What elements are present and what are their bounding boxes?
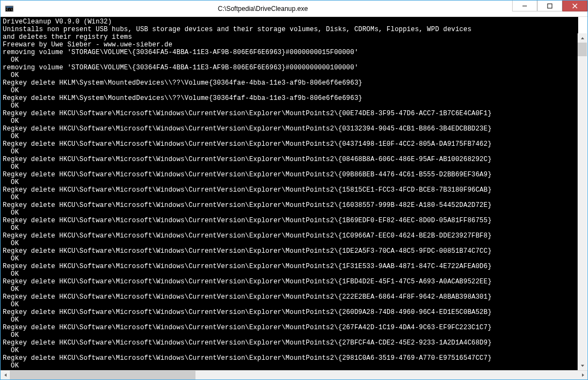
svg-text:C:\: C:\ xyxy=(7,7,13,11)
console-line: OK xyxy=(3,87,576,94)
console-line: Regkey delete HKCU\Software\Microsoft\Wi… xyxy=(3,201,576,209)
console-line: OK xyxy=(3,117,576,125)
console-line: OK xyxy=(3,316,576,324)
console-line: Regkey delete HKCU\Software\Microsoft\Wi… xyxy=(3,293,576,301)
console-line: Regkey delete HKCU\Software\Microsoft\Wi… xyxy=(3,308,576,316)
console-line: OK xyxy=(3,163,576,171)
console-line: OK xyxy=(3,301,576,308)
console-line: Regkey delete HKCU\Software\Microsoft\Wi… xyxy=(3,110,576,117)
svg-marker-8 xyxy=(581,365,584,367)
console-line: OK xyxy=(3,240,576,247)
svg-marker-7 xyxy=(581,37,584,39)
scroll-down-button[interactable] xyxy=(578,361,587,370)
console-line: Regkey delete HKCU\Software\Microsoft\Wi… xyxy=(3,232,576,240)
console-line: OK xyxy=(3,56,576,64)
console-line: Regkey delete HKLM\System\MountedDevices… xyxy=(3,79,576,87)
horizontal-scroll-track[interactable] xyxy=(10,371,578,380)
console-line: removing volume 'STORAGE\VOLUME\{30364FA… xyxy=(3,49,576,56)
console-line: Regkey delete HKCU\Software\Microsoft\Wi… xyxy=(3,247,576,255)
console-line: OK xyxy=(3,133,576,140)
console-line: OK xyxy=(3,194,576,201)
console-line: Uninstalls non present USB hubs, USB sto… xyxy=(3,26,576,33)
svg-marker-9 xyxy=(4,373,7,377)
console-line: removing volume 'STORAGE\VOLUME\{30364FA… xyxy=(3,64,576,72)
console-line: OK xyxy=(3,286,576,293)
console-line: Regkey delete HKCU\Software\Microsoft\Wi… xyxy=(3,324,576,331)
console-line: OK xyxy=(3,331,576,339)
vertical-scroll-thumb[interactable] xyxy=(578,43,587,56)
minimize-button[interactable] xyxy=(512,1,537,11)
horizontal-scroll-thumb[interactable] xyxy=(10,371,195,380)
maximize-button[interactable] xyxy=(537,1,562,11)
console-line: DriveCleanup V0.9.0 (Win32) xyxy=(3,18,576,26)
console-line: Regkey delete HKCU\Software\Microsoft\Wi… xyxy=(3,156,576,163)
svg-rect-4 xyxy=(548,4,552,8)
console-line: OK xyxy=(3,102,576,110)
console-line: Regkey delete HKCU\Software\Microsoft\Wi… xyxy=(3,171,576,179)
titlebar[interactable]: C:\ C:\Softpedia\DriveCleanup.exe xyxy=(1,1,587,17)
app-icon: C:\ xyxy=(5,4,14,13)
window-controls xyxy=(512,1,587,16)
vertical-scrollbar[interactable] xyxy=(578,33,587,370)
svg-marker-10 xyxy=(582,373,584,377)
console-line: OK xyxy=(3,347,576,354)
console-line: OK xyxy=(3,362,576,370)
console-line: OK xyxy=(3,179,576,186)
console-line: Regkey delete HKCU\Software\Microsoft\Wi… xyxy=(3,354,576,362)
vertical-scroll-track[interactable] xyxy=(578,43,587,361)
console-line: OK xyxy=(3,72,576,79)
console-line: OK xyxy=(3,270,576,278)
console-line: Regkey delete HKLM\System\MountedDevices… xyxy=(3,94,576,102)
scroll-left-button[interactable] xyxy=(1,371,10,380)
window-title: C:\Softpedia\DriveCleanup.exe xyxy=(14,5,512,13)
console-line: Regkey delete HKCU\Software\Microsoft\Wi… xyxy=(3,125,576,133)
console-line: and deletes their registry items xyxy=(3,33,576,41)
console-line: OK xyxy=(3,255,576,263)
console-wrap: DriveCleanup V0.9.0 (Win32)Uninstalls no… xyxy=(1,17,587,379)
console-output[interactable]: DriveCleanup V0.9.0 (Win32)Uninstalls no… xyxy=(1,17,578,370)
close-button[interactable] xyxy=(562,1,587,11)
console-line: Freeware by Uwe Sieber - www.uwe-sieber.… xyxy=(3,41,576,49)
console-line: OK xyxy=(3,148,576,156)
scroll-up-button[interactable] xyxy=(578,33,587,43)
console-line: Regkey delete HKCU\Software\Microsoft\Wi… xyxy=(3,217,576,224)
console-line: Regkey delete HKCU\Software\Microsoft\Wi… xyxy=(3,339,576,347)
console-line: OK xyxy=(3,224,576,232)
console-line: OK xyxy=(3,209,576,217)
console-line: Regkey delete HKCU\Software\Microsoft\Wi… xyxy=(3,186,576,194)
console-line: Regkey delete HKCU\Software\Microsoft\Wi… xyxy=(3,278,576,286)
horizontal-scrollbar[interactable] xyxy=(1,370,587,379)
console-line: Regkey delete HKCU\Software\Microsoft\Wi… xyxy=(3,140,576,148)
scroll-right-button[interactable] xyxy=(578,371,587,380)
console-line: Regkey delete HKCU\Software\Microsoft\Wi… xyxy=(3,263,576,270)
